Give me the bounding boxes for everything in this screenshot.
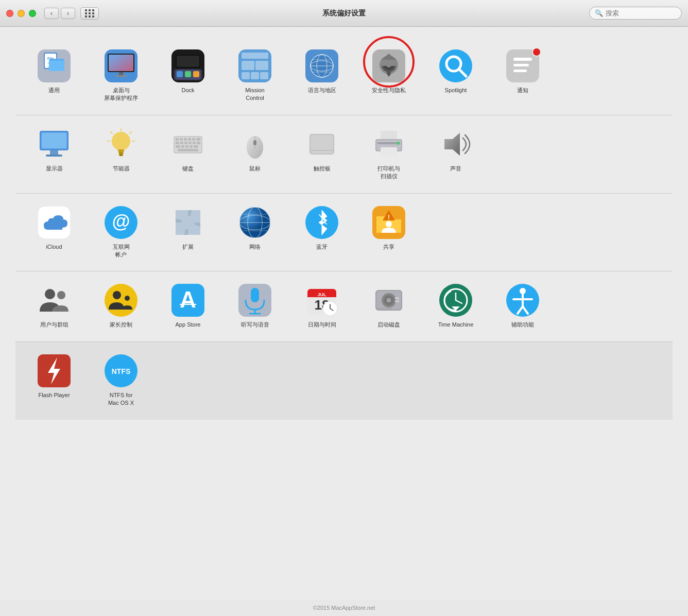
icon-general: File New One bbox=[38, 49, 71, 82]
label-keyboard: 键盘 bbox=[182, 165, 194, 173]
icon-mouse bbox=[238, 128, 271, 161]
icon-sound bbox=[439, 128, 472, 161]
svg-rect-78 bbox=[176, 142, 179, 144]
svg-rect-80 bbox=[184, 142, 187, 144]
label-network: 网络 bbox=[249, 243, 261, 251]
label-energy: 节能器 bbox=[113, 165, 130, 173]
item-general[interactable]: File New One 通用 bbox=[21, 45, 88, 107]
svg-rect-54 bbox=[513, 70, 527, 72]
item-dictation[interactable]: 听写与语音 bbox=[221, 280, 288, 333]
item-trackpad[interactable]: 触控板 bbox=[288, 124, 355, 185]
window-title: 系统偏好设置 bbox=[322, 9, 366, 18]
item-extensions[interactable]: 扩展 bbox=[154, 202, 221, 263]
section-personal: File New One 通用 bbox=[15, 37, 673, 115]
svg-rect-76 bbox=[192, 138, 195, 141]
icon-flashplayer bbox=[38, 354, 71, 387]
svg-rect-11 bbox=[109, 55, 133, 71]
item-mouse[interactable]: 鼠标 bbox=[221, 124, 288, 185]
search-icon: 🔍 bbox=[595, 9, 603, 17]
icon-security bbox=[372, 49, 405, 82]
item-sound[interactable]: 声音 bbox=[422, 124, 489, 185]
svg-text:NTFS: NTFS bbox=[112, 367, 131, 375]
label-dictation: 听写与语音 bbox=[241, 321, 269, 329]
close-button[interactable] bbox=[6, 10, 13, 17]
svg-point-124 bbox=[105, 284, 137, 317]
item-accessibility[interactable]: 辅助功能 bbox=[489, 280, 556, 333]
item-flashplayer[interactable]: Flash Player bbox=[21, 350, 88, 412]
svg-text:A: A bbox=[180, 287, 196, 312]
item-users[interactable]: 用户与群组 bbox=[21, 280, 88, 333]
traffic-lights bbox=[6, 10, 36, 17]
svg-text:JUL: JUL bbox=[317, 292, 326, 297]
label-flashplayer: Flash Player bbox=[38, 391, 70, 399]
item-internetaccounts[interactable]: @ 互联网帐户 bbox=[88, 202, 154, 263]
icon-icloud bbox=[38, 206, 71, 239]
icon-desktop bbox=[105, 49, 137, 82]
item-desktop[interactable]: 桌面与屏幕保护程序 bbox=[88, 45, 154, 107]
item-network[interactable]: 网络 bbox=[221, 202, 288, 263]
svg-rect-47 bbox=[388, 73, 390, 76]
svg-rect-79 bbox=[180, 142, 183, 144]
label-startup: 启动磁盘 bbox=[377, 321, 400, 329]
item-energy[interactable]: 节能器 bbox=[88, 124, 154, 185]
item-dock[interactable]: Dock bbox=[154, 45, 221, 107]
icon-internetaccounts: @ bbox=[105, 206, 137, 239]
section-other: Flash Player NTFS NTFS forMac OS X bbox=[15, 342, 673, 420]
item-notification[interactable]: 通知 bbox=[489, 45, 556, 107]
item-appstore[interactable]: A App Store bbox=[154, 280, 221, 333]
personal-grid: File New One 通用 bbox=[21, 45, 667, 107]
svg-point-149 bbox=[388, 299, 390, 301]
icon-bluetooth bbox=[305, 206, 338, 239]
svg-rect-150 bbox=[395, 297, 399, 299]
icon-language bbox=[305, 49, 338, 82]
item-printer[interactable]: 打印机与扫描仪 bbox=[355, 124, 422, 185]
svg-rect-52 bbox=[513, 58, 532, 61]
item-display[interactable]: 显示器 bbox=[21, 124, 88, 185]
icon-spotlight bbox=[439, 49, 472, 82]
item-timemachine[interactable]: Time Machine bbox=[422, 280, 489, 333]
svg-rect-84 bbox=[176, 145, 180, 148]
item-bluetooth[interactable]: 蓝牙 bbox=[288, 202, 355, 263]
section-system: 用户与群组 家长控制 bbox=[15, 271, 673, 341]
svg-rect-132 bbox=[251, 288, 259, 302]
svg-rect-81 bbox=[188, 142, 192, 144]
item-ntfs[interactable]: NTFS NTFS forMac OS X bbox=[88, 350, 154, 412]
svg-rect-88 bbox=[194, 145, 198, 148]
svg-point-48 bbox=[439, 49, 472, 82]
zoom-button[interactable] bbox=[29, 10, 36, 17]
item-datetime[interactable]: JUL 18 日期与时间 bbox=[288, 280, 355, 333]
footer: ©2015 MacAppStore.net bbox=[0, 600, 688, 616]
icon-dictation bbox=[238, 284, 271, 317]
item-startup[interactable]: 启动磁盘 bbox=[355, 280, 422, 333]
svg-rect-28 bbox=[260, 72, 268, 79]
search-box[interactable]: 🔍 bbox=[589, 7, 682, 20]
grid-view-button[interactable] bbox=[80, 7, 99, 20]
system-grid: 用户与群组 家长控制 bbox=[21, 280, 667, 333]
label-timemachine: Time Machine bbox=[438, 321, 474, 329]
item-spotlight[interactable]: Spotlight bbox=[422, 45, 489, 107]
label-internetaccounts: 互联网帐户 bbox=[113, 243, 130, 259]
search-input[interactable] bbox=[606, 9, 676, 17]
item-parental[interactable]: 家长控制 bbox=[88, 280, 154, 333]
item-security[interactable]: 安全性与隐私 bbox=[355, 45, 422, 107]
svg-rect-86 bbox=[185, 145, 188, 148]
svg-rect-64 bbox=[119, 154, 123, 156]
svg-rect-24 bbox=[242, 61, 254, 70]
item-sharing[interactable]: ! 共享 bbox=[355, 202, 422, 263]
hardware-grid: 显示器 bbox=[21, 124, 667, 185]
item-icloud[interactable]: iCloud bbox=[21, 202, 88, 263]
icon-ntfs: NTFS bbox=[105, 354, 137, 387]
back-button[interactable]: ‹ bbox=[44, 8, 59, 19]
icon-datetime: JUL 18 bbox=[305, 284, 338, 317]
nav-buttons: ‹ › bbox=[44, 8, 75, 19]
item-language[interactable]: 语言与地区 bbox=[288, 45, 355, 107]
forward-button[interactable]: › bbox=[61, 8, 75, 19]
svg-rect-95 bbox=[311, 135, 333, 153]
svg-point-126 bbox=[125, 296, 130, 301]
item-keyboard[interactable]: 键盘 bbox=[154, 124, 221, 185]
item-mission[interactable]: MissionControl bbox=[221, 45, 288, 107]
icon-accessibility bbox=[506, 284, 539, 317]
minimize-button[interactable] bbox=[18, 10, 25, 17]
svg-point-102 bbox=[397, 142, 400, 145]
label-desktop: 桌面与屏幕保护程序 bbox=[104, 87, 138, 102]
